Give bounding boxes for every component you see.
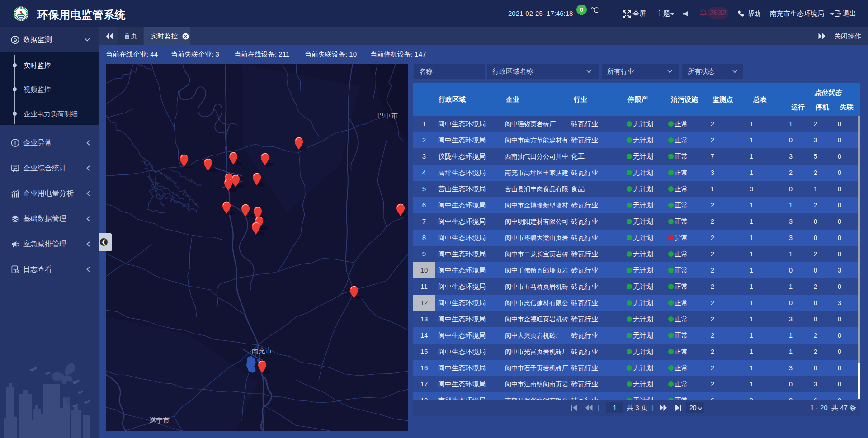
svg-text:遂宁市: 遂宁市 [149, 416, 170, 424]
